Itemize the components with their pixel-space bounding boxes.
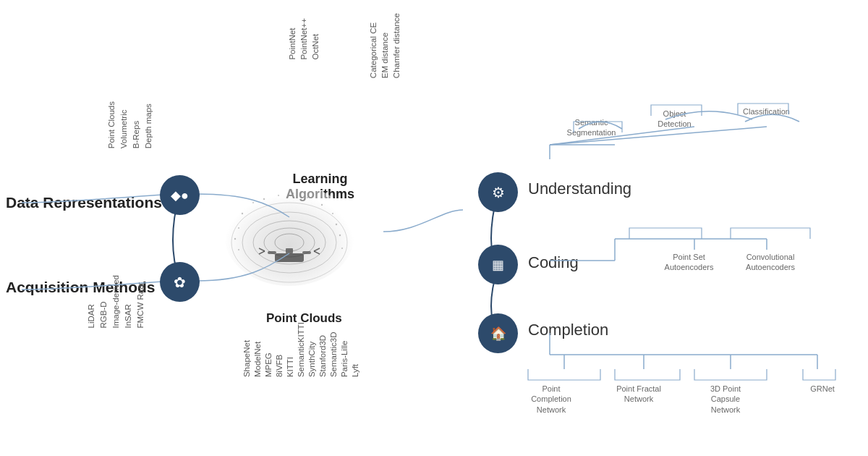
coding-circle: ▦	[478, 245, 518, 284]
svg-line-3	[550, 127, 767, 145]
barcode-icon: ▦	[492, 257, 504, 273]
shapes-icon: ◆●	[171, 187, 189, 203]
completion-circle: 🏠	[478, 313, 518, 353]
data-representations-circle: ◆●	[160, 175, 200, 215]
chart-icon: 🏠	[490, 326, 506, 342]
acquisition-methods-circle: ✿	[160, 262, 200, 302]
main-canvas: ◆● ✿ ⚙ ▦ 🏠 Data Representations Acquisit…	[0, 0, 868, 456]
understanding-circle: ⚙	[478, 172, 518, 212]
camera-icon: ✿	[174, 274, 186, 291]
connections-svg	[0, 0, 868, 456]
brain-icon: ⚙	[492, 184, 505, 201]
